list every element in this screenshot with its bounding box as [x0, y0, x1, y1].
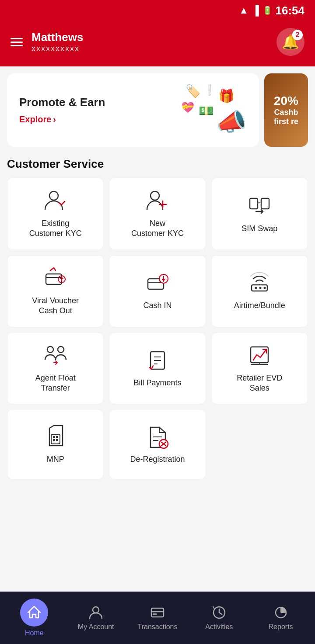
- svg-point-0: [49, 191, 58, 200]
- svg-rect-5: [261, 198, 269, 209]
- new-kyc-button[interactable]: NewCustomer KYC: [109, 178, 206, 250]
- nav-transactions[interactable]: Transactions: [127, 599, 189, 636]
- service-grid: ExistingCustomer KYC NewCustomer KYC: [7, 178, 308, 479]
- viral-voucher-button[interactable]: Viral VoucherCash Out: [7, 255, 104, 327]
- sim-swap-icon: [247, 194, 272, 218]
- sim-card-icon: [43, 425, 68, 449]
- banner-title: Promote & Earn: [19, 96, 177, 109]
- nav-home-label: Home: [25, 629, 44, 637]
- svg-rect-27: [56, 439, 58, 441]
- cash-in-label: Cash IN: [143, 301, 172, 311]
- svg-point-15: [58, 346, 64, 353]
- person-check-icon: [43, 189, 68, 213]
- banner-container: Promote & Earn Explore › 🏷️ ❕ 🎁 💝 💵 📣: [7, 73, 308, 147]
- nav-my-account[interactable]: My Account: [65, 599, 127, 636]
- svg-rect-6: [46, 274, 62, 284]
- heart-icon: 💝: [181, 101, 194, 114]
- exclamation-icon: ❕: [203, 84, 216, 96]
- nav-reports-label: Reports: [269, 623, 293, 631]
- cash-in-button[interactable]: Cash IN: [109, 255, 206, 327]
- person-icon: [88, 605, 104, 620]
- agent-float-button[interactable]: Agent FloatTransfer: [7, 332, 104, 405]
- bill-icon: [145, 348, 170, 373]
- viral-voucher-label: Viral VoucherCash Out: [32, 296, 79, 316]
- svg-point-14: [47, 346, 53, 353]
- existing-kyc-label: ExistingCustomer KYC: [29, 218, 82, 239]
- sim-swap-label: SIM Swap: [242, 224, 277, 234]
- chevron-right-icon: ›: [53, 114, 56, 125]
- doc-cancel-icon: [145, 425, 170, 449]
- sim-swap-button[interactable]: SIM Swap: [211, 178, 308, 250]
- svg-point-33: [93, 607, 99, 613]
- status-icons: ▲ ▐ 🔋 16:54: [239, 4, 304, 17]
- status-bar: ▲ ▐ 🔋 16:54: [0, 0, 315, 21]
- banner-secondary[interactable]: 20% Cashb first re: [264, 73, 308, 147]
- svg-rect-4: [250, 198, 258, 209]
- svg-point-1: [150, 191, 159, 200]
- retailer-evd-button[interactable]: Retailer EVDSales: [211, 332, 308, 405]
- card-icon: [150, 605, 165, 620]
- banner-image: 🏷️ ❕ 🎁 💝 💵 📣: [177, 84, 247, 136]
- airtime-label: Airtime/Bundle: [234, 301, 285, 311]
- chart-up-icon: [247, 343, 272, 368]
- home-icon: [26, 605, 42, 620]
- tag-icon: 🏷️: [186, 84, 201, 98]
- clock-icon: [211, 605, 227, 620]
- nav-activities-label: Activities: [205, 623, 233, 631]
- svg-rect-34: [151, 608, 164, 617]
- signal-icon: ▐: [252, 5, 259, 16]
- status-time: 16:54: [276, 4, 305, 17]
- user-name: Matthews: [32, 31, 83, 44]
- nav-my-account-label: My Account: [78, 623, 114, 631]
- pie-chart-icon: [273, 605, 289, 620]
- wallet-in-icon: [145, 271, 170, 295]
- agent-float-label: Agent FloatTransfer: [35, 373, 76, 394]
- bill-payments-button[interactable]: Bill Payments: [109, 332, 206, 405]
- svg-rect-23: [51, 434, 60, 444]
- wifi-router-icon: [247, 271, 272, 295]
- nav-activities[interactable]: Activities: [188, 599, 250, 636]
- svg-rect-26: [53, 439, 55, 441]
- section-title: Customer Service: [7, 157, 308, 171]
- nav-transactions-label: Transactions: [137, 623, 177, 631]
- person-add-icon: [145, 189, 170, 213]
- battery-icon: 🔋: [262, 6, 272, 15]
- user-account: xxxxxxxxxx: [32, 44, 83, 53]
- existing-kyc-button[interactable]: ExistingCustomer KYC: [7, 178, 104, 250]
- gift-icon: 🎁: [218, 88, 234, 104]
- bottom-nav: Home My Account Transactions Activities: [0, 592, 315, 644]
- hamburger-menu[interactable]: [10, 38, 23, 46]
- svg-rect-25: [56, 436, 58, 438]
- airtime-button[interactable]: Airtime/Bundle: [211, 255, 308, 327]
- nav-reports[interactable]: Reports: [250, 599, 312, 636]
- customer-service-section: Customer Service ExistingCustomer KYC: [0, 147, 315, 479]
- nav-home[interactable]: Home: [4, 593, 65, 642]
- svg-rect-24: [53, 436, 55, 438]
- notification-badge: 2: [292, 30, 303, 40]
- wallet-out-icon: [43, 266, 68, 291]
- new-kyc-label: NewCustomer KYC: [131, 218, 184, 239]
- svg-rect-36: [153, 613, 157, 615]
- banner-secondary-text: 20% Cashb first re: [274, 94, 298, 126]
- user-info: Matthews xxxxxxxxxx: [32, 31, 83, 53]
- people-transfer-icon: [43, 343, 68, 368]
- banner-text: Promote & Earn Explore ›: [19, 96, 177, 125]
- svg-point-12: [259, 287, 262, 289]
- megaphone-icon: 📣: [216, 107, 247, 136]
- retailer-evd-label: Retailer EVDSales: [237, 373, 282, 394]
- header-left: Matthews xxxxxxxxxx: [10, 31, 83, 53]
- svg-point-13: [264, 287, 266, 289]
- mnp-button[interactable]: MNP: [7, 409, 104, 479]
- bill-payments-label: Bill Payments: [133, 378, 181, 388]
- de-registration-button[interactable]: De-Registration: [109, 409, 206, 479]
- notification-button[interactable]: 🔔 2: [276, 28, 304, 56]
- home-active-bg: [20, 599, 48, 627]
- banner-explore-link[interactable]: Explore ›: [19, 114, 177, 125]
- banner-main[interactable]: Promote & Earn Explore › 🏷️ ❕ 🎁 💝 💵 📣: [7, 73, 259, 147]
- svg-line-39: [219, 613, 222, 614]
- dollar-icon: 💵: [199, 104, 214, 118]
- mnp-label: MNP: [47, 454, 64, 464]
- header: Matthews xxxxxxxxxx 🔔 2: [0, 21, 315, 66]
- svg-point-11: [255, 287, 257, 289]
- de-registration-label: De-Registration: [130, 454, 185, 464]
